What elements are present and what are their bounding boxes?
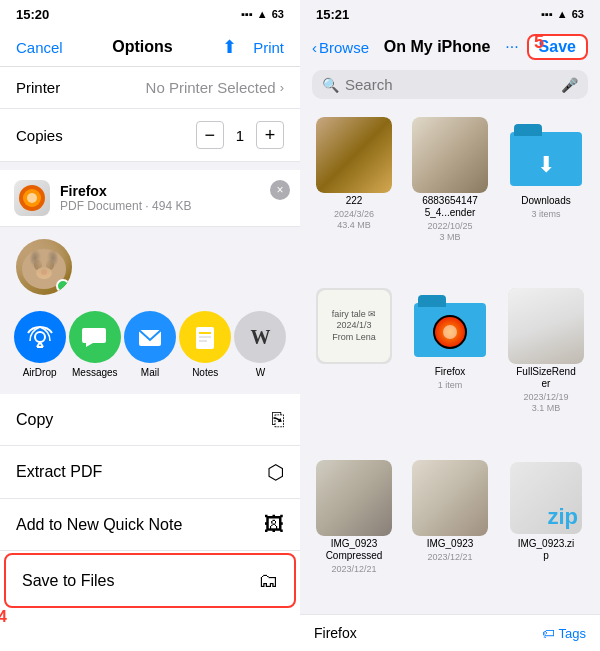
file-thumbnail <box>316 117 392 193</box>
file-name: IMG_0923Compressed <box>326 538 383 562</box>
time-left: 15:20 <box>16 7 49 22</box>
printer-value: No Printer Selected › <box>146 79 284 96</box>
mic-icon[interactable]: 🎤 <box>561 77 578 93</box>
extract-pdf-action[interactable]: Extract PDF ⬡ <box>0 446 300 499</box>
step4-label: 4 <box>0 608 7 626</box>
list-item[interactable]: 68836541475_4...ender 2022/10/253 MB <box>404 111 496 278</box>
copies-option: Copies − 1 + <box>0 109 300 162</box>
tag-icon: 🏷 <box>542 626 555 641</box>
airdrop-label: AirDrop <box>23 367 57 378</box>
browse-button[interactable]: ‹ Browse <box>312 39 369 56</box>
svg-point-2 <box>27 193 37 203</box>
save-files-wrapper: Save to Files 🗂 4 <box>0 553 300 608</box>
list-item[interactable]: FullSizeRender 2023/12/193.1 MB <box>500 282 592 449</box>
location-title: On My iPhone <box>384 38 491 56</box>
action-list: Copy ⎘ Extract PDF ⬡ Add to New Quick No… <box>0 394 300 651</box>
copies-decrement-button[interactable]: − <box>196 121 224 149</box>
file-thumbnail <box>412 288 488 364</box>
firefox-app-icon <box>14 180 50 216</box>
file-sub: 2024/3/2643.4 MB <box>334 209 374 231</box>
time-right: 15:21 <box>316 7 349 22</box>
step5-label: 5 <box>534 32 544 53</box>
printer-label: Printer <box>16 79 60 96</box>
options-title: Options <box>112 38 172 56</box>
quicknote-icon: 🖼 <box>264 513 284 536</box>
search-bar[interactable]: 🔍 🎤 <box>312 70 588 99</box>
messages-icon <box>69 311 121 363</box>
quick-note-action[interactable]: Add to New Quick Note 🖼 <box>0 499 300 551</box>
bottom-bar: Firefox 🏷 Tags <box>300 614 600 651</box>
more-share-item[interactable]: W W <box>233 311 288 378</box>
file-grid: 222 2024/3/2643.4 MB 68836541475_4...end… <box>300 107 600 614</box>
bottom-file-label: Firefox <box>314 625 357 641</box>
photo-img0923a <box>316 460 392 536</box>
list-item[interactable]: Firefox 1 item <box>404 282 496 449</box>
tags-button[interactable]: 🏷 Tags <box>542 626 586 641</box>
airdrop-icon <box>14 311 66 363</box>
copies-label: Copies <box>16 127 63 144</box>
mail-share-item[interactable]: Mail <box>122 311 177 378</box>
back-chevron-icon: ‹ <box>312 39 317 56</box>
download-arrow-icon: ⬇ <box>537 152 555 178</box>
firefox-card-sub: PDF Document · 494 KB <box>60 199 286 213</box>
avatar <box>16 239 72 295</box>
wifi-icon-right: ▲ <box>557 8 568 20</box>
search-icon: 🔍 <box>322 77 339 93</box>
file-thumbnail: zip <box>508 460 584 536</box>
right-panel: 15:21 ▪▪▪ ▲ 63 ‹ Browse On My iPhone ···… <box>300 0 600 651</box>
list-item[interactable]: IMG_0923 2023/12/21 <box>404 454 496 610</box>
svg-point-8 <box>36 267 52 279</box>
printer-option[interactable]: Printer No Printer Selected › <box>0 67 300 109</box>
photo-fullsize <box>508 288 584 364</box>
save-files-icon: 🗂 <box>258 569 278 592</box>
list-item[interactable]: IMG_0923Compressed 2023/12/21 <box>308 454 400 610</box>
firefox-card: Firefox PDF Document · 494 KB × <box>0 170 300 227</box>
copy-action[interactable]: Copy ⎘ <box>0 394 300 446</box>
messages-share-item[interactable]: Messages <box>67 311 122 378</box>
list-item[interactable]: 222 2024/3/2643.4 MB <box>308 111 400 278</box>
status-icons-left: ▪▪▪ ▲ 63 <box>241 8 284 20</box>
notes-label: Notes <box>192 367 218 378</box>
cancel-button[interactable]: Cancel <box>16 39 63 56</box>
share-icon[interactable]: ⬆ <box>222 36 237 58</box>
file-name: 68836541475_4...ender <box>422 195 478 219</box>
avatar-area <box>0 227 300 303</box>
svg-point-9 <box>41 269 47 275</box>
file-name: FullSizeRender <box>516 366 575 390</box>
print-button[interactable]: Print <box>253 39 284 56</box>
save-files-label: Save to Files <box>22 572 114 590</box>
file-thumbnail <box>412 460 488 536</box>
file-name: 222 <box>346 195 363 207</box>
signal-icon: ▪▪▪ <box>241 8 253 20</box>
mail-icon <box>124 311 176 363</box>
file-thumbnail <box>316 460 392 536</box>
save-to-files-action[interactable]: Save to Files 🗂 <box>4 553 296 608</box>
firefox-folder-icon <box>433 315 467 349</box>
svg-point-10 <box>35 332 45 342</box>
right-actions: ··· Save <box>505 34 588 60</box>
share-icons-row: AirDrop Messages Mail <box>0 303 300 386</box>
file-thumbnail: fairy tale ✉2024/1/3From Lena <box>316 288 392 364</box>
airdrop-share-item[interactable]: AirDrop <box>12 311 67 378</box>
search-input[interactable] <box>345 76 555 93</box>
list-item[interactable]: ⬇ Downloads 3 items <box>500 111 592 278</box>
printer-chevron-icon: › <box>280 80 284 95</box>
list-item[interactable]: zip IMG_0923.zip <box>500 454 592 610</box>
firefox-card-close-button[interactable]: × <box>270 180 290 200</box>
svg-point-5 <box>47 254 57 268</box>
more-icon: W <box>234 311 286 363</box>
file-sub: 2022/10/253 MB <box>427 221 472 243</box>
copy-icon: ⎘ <box>272 408 284 431</box>
status-bar-left: 15:20 ▪▪▪ ▲ 63 <box>0 0 300 28</box>
left-panel: 15:20 ▪▪▪ ▲ 63 Cancel Options ⬆ Print Pr… <box>0 0 300 651</box>
copies-increment-button[interactable]: + <box>256 121 284 149</box>
mail-label: Mail <box>141 367 159 378</box>
file-name: Firefox <box>435 366 466 378</box>
messages-label: Messages <box>72 367 118 378</box>
list-item[interactable]: fairy tale ✉2024/1/3From Lena <box>308 282 400 449</box>
file-name: Downloads <box>521 195 570 207</box>
zip-icon: zip <box>510 462 582 534</box>
fairy-tale-icon: fairy tale ✉2024/1/3From Lena <box>318 290 390 362</box>
notes-share-item[interactable]: Notes <box>178 311 233 378</box>
more-options-button[interactable]: ··· <box>505 38 518 56</box>
